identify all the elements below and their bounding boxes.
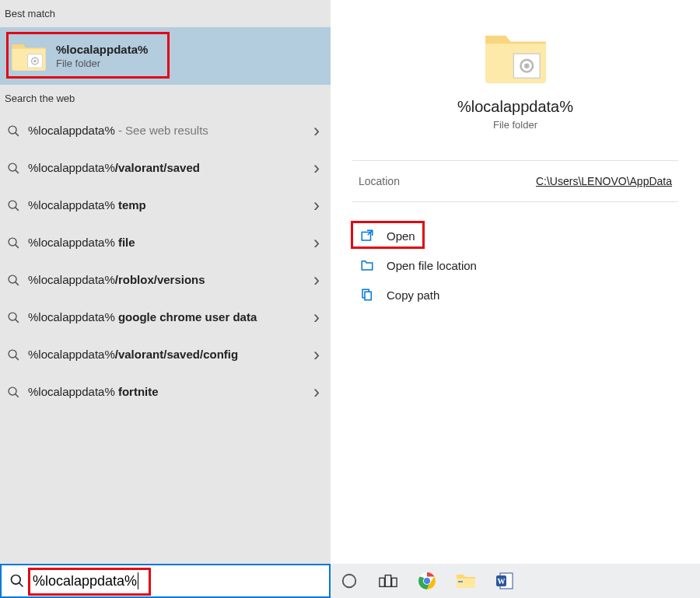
open-location-action[interactable]: Open file location <box>352 250 678 280</box>
svg-point-11 <box>9 275 16 283</box>
windows-search-panel: Best match %localappdata% File folder Se… <box>0 0 700 598</box>
chrome-icon[interactable] <box>416 570 438 592</box>
word-icon[interactable]: W <box>494 570 516 592</box>
svg-point-2 <box>33 60 37 63</box>
web-result-label: %localappdata% - See web results <box>28 123 313 138</box>
search-icon <box>6 348 20 362</box>
divider <box>352 201 678 202</box>
svg-point-27 <box>343 575 356 588</box>
web-result-label: %localappdata% google chrome user data <box>28 309 313 325</box>
best-match-header: Best match <box>0 0 331 27</box>
chevron-right-icon[interactable]: › <box>313 157 320 179</box>
best-match-title: %localappdata% <box>56 43 148 56</box>
search-query-text: %localappdata% <box>33 573 137 589</box>
web-result[interactable]: %localappdata%/valorant/saved/config› <box>0 336 331 373</box>
chevron-right-icon[interactable]: › <box>313 194 320 216</box>
svg-point-3 <box>9 126 16 134</box>
folder-open-icon <box>357 258 377 272</box>
web-result-label: %localappdata%/valorant/saved/config <box>28 347 313 362</box>
open-location-label: Open file location <box>387 259 477 272</box>
svg-rect-28 <box>380 578 384 586</box>
svg-line-10 <box>15 244 18 247</box>
svg-point-9 <box>9 238 16 246</box>
chevron-right-icon[interactable]: › <box>313 381 320 403</box>
svg-line-18 <box>15 393 18 397</box>
svg-line-6 <box>15 170 18 173</box>
svg-line-14 <box>15 319 18 322</box>
location-row: Location C:\Users\LENOVO\AppData <box>331 169 700 194</box>
web-results-list: %localappdata% - See web results›%locala… <box>0 112 331 411</box>
svg-rect-30 <box>392 578 397 586</box>
svg-point-33 <box>424 578 430 584</box>
search-icon <box>6 161 20 175</box>
taskbar: W <box>331 564 700 598</box>
folder-icon <box>483 30 548 84</box>
search-icon <box>6 310 20 324</box>
preview-actions: Open Open file location Copy path <box>331 210 700 320</box>
cortana-icon[interactable] <box>338 570 360 592</box>
location-value[interactable]: C:\Users\LENOVO\AppData <box>536 175 672 187</box>
svg-rect-29 <box>385 575 390 587</box>
results-pane: Best match %localappdata% File folder Se… <box>0 0 331 598</box>
svg-line-16 <box>15 356 18 359</box>
chevron-right-icon[interactable]: › <box>313 269 320 291</box>
best-match-subtitle: File folder <box>56 58 148 69</box>
search-icon <box>6 385 20 399</box>
open-icon <box>357 229 377 243</box>
preview-title: %localappdata% <box>457 98 573 116</box>
search-icon <box>2 565 33 596</box>
svg-text:W: W <box>498 577 506 586</box>
location-label: Location <box>359 175 400 187</box>
svg-line-12 <box>15 282 18 285</box>
chevron-right-icon[interactable]: › <box>313 344 320 365</box>
web-result[interactable]: %localappdata% file› <box>0 224 331 261</box>
svg-point-13 <box>9 313 16 320</box>
svg-rect-26 <box>365 292 371 300</box>
web-result[interactable]: %localappdata%/valorant/saved› <box>0 149 331 187</box>
web-result[interactable]: %localappdata% google chrome user data› <box>0 299 331 336</box>
text-cursor <box>138 572 138 589</box>
folder-icon <box>11 40 47 72</box>
search-input[interactable]: %localappdata% <box>0 564 331 598</box>
divider <box>352 160 678 161</box>
open-label: Open <box>387 229 415 243</box>
svg-point-15 <box>9 350 16 358</box>
svg-line-20 <box>19 583 23 587</box>
task-view-icon[interactable] <box>377 570 399 592</box>
preview-pane: %localappdata% File folder Location C:\U… <box>331 0 700 598</box>
web-result[interactable]: %localappdata%/roblox/versions› <box>0 261 331 299</box>
preview-summary: %localappdata% File folder <box>331 0 700 152</box>
search-icon <box>6 198 20 212</box>
svg-rect-35 <box>458 581 463 582</box>
copy-path-label: Copy path <box>387 289 439 302</box>
preview-subtitle: File folder <box>493 119 537 131</box>
web-result-label: %localappdata% fortnite <box>28 384 313 400</box>
file-explorer-icon[interactable] <box>455 570 477 592</box>
copy-icon <box>357 288 377 302</box>
search-icon <box>6 236 20 250</box>
svg-point-17 <box>9 387 16 395</box>
svg-point-23 <box>524 63 529 68</box>
svg-point-7 <box>9 201 16 208</box>
svg-line-4 <box>15 132 18 135</box>
web-result[interactable]: %localappdata% temp› <box>0 187 331 224</box>
web-result-label: %localappdata%/roblox/versions <box>28 272 313 288</box>
copy-path-action[interactable]: Copy path <box>352 280 678 309</box>
svg-point-5 <box>9 163 16 171</box>
svg-rect-34 <box>457 579 475 588</box>
svg-point-19 <box>12 575 21 585</box>
chevron-right-icon[interactable]: › <box>313 120 320 142</box>
web-result-label: %localappdata%/valorant/saved <box>28 160 313 176</box>
open-action[interactable]: Open <box>352 221 678 250</box>
search-icon <box>6 273 20 287</box>
web-result[interactable]: %localappdata% - See web results› <box>0 112 331 149</box>
chevron-right-icon[interactable]: › <box>313 306 320 328</box>
search-icon <box>6 124 20 138</box>
best-match-result[interactable]: %localappdata% File folder <box>0 27 331 85</box>
web-result-label: %localappdata% temp <box>28 198 313 213</box>
svg-line-8 <box>15 207 18 210</box>
chevron-right-icon[interactable]: › <box>313 232 320 254</box>
web-result[interactable]: %localappdata% fortnite› <box>0 373 331 411</box>
web-result-label: %localappdata% file <box>28 235 313 250</box>
web-header: Search the web <box>0 85 331 112</box>
